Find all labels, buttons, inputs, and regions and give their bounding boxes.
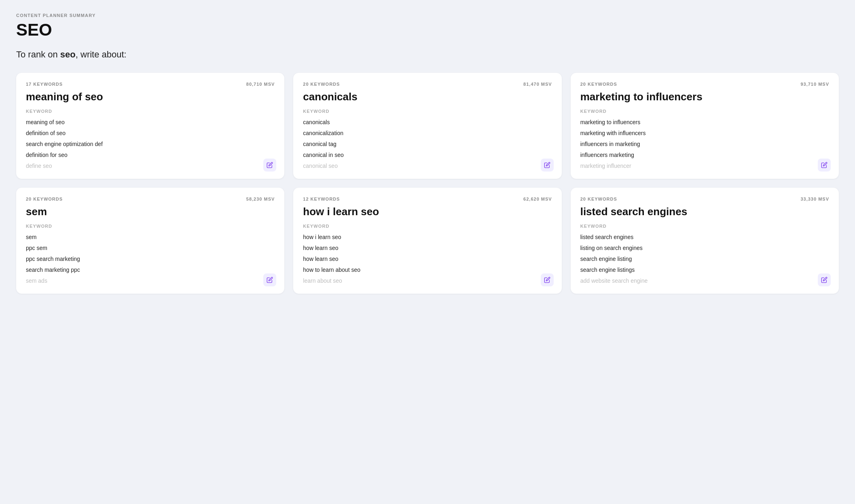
list-item: sem ads: [26, 275, 275, 286]
list-item: canonicalization: [303, 128, 552, 139]
cards-grid: 17 KEYWORDS80,710 MSVmeaning of seoKEYWO…: [16, 73, 839, 294]
list-item: ppc sem: [26, 243, 275, 254]
list-item: search engine optimization def: [26, 139, 275, 150]
list-item: search marketing ppc: [26, 265, 275, 275]
card-title: how i learn seo: [303, 205, 552, 218]
intro-keyword: seo: [60, 49, 76, 59]
list-item: influencers in marketing: [580, 139, 829, 150]
list-item: canonicals: [303, 117, 552, 128]
list-item: how i learn seo: [303, 232, 552, 243]
edit-button[interactable]: [541, 273, 554, 286]
list-item: definition of seo: [26, 128, 275, 139]
card-header: 20 KEYWORDS81,470 MSV: [303, 82, 552, 87]
list-item: listing on search engines: [580, 243, 829, 254]
card-msv: 81,470 MSV: [523, 82, 552, 87]
card-keywords-count: 17 KEYWORDS: [26, 82, 63, 87]
list-item: marketing with influencers: [580, 128, 829, 139]
list-item: learn about seo: [303, 275, 552, 286]
list-item: canonical seo: [303, 161, 552, 172]
edit-button[interactable]: [263, 159, 276, 172]
card-keyword-list: listed search engineslisting on search e…: [580, 232, 829, 286]
intro-text: To rank on seo, write about:: [16, 49, 839, 60]
card-keyword-label: KEYWORD: [580, 109, 829, 114]
card-keyword-list: semppc semppc search marketingsearch mar…: [26, 232, 275, 286]
list-item: how to learn about seo: [303, 265, 552, 275]
card-msv: 62,620 MSV: [523, 197, 552, 201]
card-keyword-label: KEYWORD: [26, 224, 275, 229]
card-header: 17 KEYWORDS80,710 MSV: [26, 82, 275, 87]
card-canonicals: 20 KEYWORDS81,470 MSVcanonicalsKEYWORDca…: [293, 73, 561, 179]
card-keywords-count: 12 KEYWORDS: [303, 197, 340, 201]
edit-icon: [544, 277, 550, 283]
card-how-i-learn-seo: 12 KEYWORDS62,620 MSVhow i learn seoKEYW…: [293, 188, 561, 294]
card-meaning-of-seo: 17 KEYWORDS80,710 MSVmeaning of seoKEYWO…: [16, 73, 284, 179]
list-item: search engine listings: [580, 265, 829, 275]
card-marketing-to-influencers: 20 KEYWORDS93,710 MSVmarketing to influe…: [571, 73, 839, 179]
intro-suffix: , write about:: [76, 49, 127, 59]
list-item: influencers marketing: [580, 150, 829, 161]
list-item: canonical tag: [303, 139, 552, 150]
card-msv: 93,710 MSV: [800, 82, 829, 87]
card-header: 20 KEYWORDS93,710 MSV: [580, 82, 829, 87]
card-keyword-label: KEYWORD: [303, 224, 552, 229]
card-keywords-count: 20 KEYWORDS: [303, 82, 340, 87]
page-title: SEO: [16, 20, 839, 40]
edit-button[interactable]: [541, 159, 554, 172]
card-title: marketing to influencers: [580, 91, 829, 103]
list-item: add website search engine: [580, 275, 829, 286]
list-item: definition for seo: [26, 150, 275, 161]
card-sem: 20 KEYWORDS58,230 MSVsemKEYWORDsemppc se…: [16, 188, 284, 294]
list-item: define seo: [26, 161, 275, 172]
card-title: canonicals: [303, 91, 552, 103]
edit-button[interactable]: [818, 159, 831, 172]
card-keyword-label: KEYWORD: [303, 109, 552, 114]
list-item: marketing influencer: [580, 161, 829, 172]
edit-icon: [267, 162, 273, 168]
card-keyword-list: canonicalscanonicalizationcanonical tagc…: [303, 117, 552, 172]
card-keyword-list: marketing to influencersmarketing with i…: [580, 117, 829, 172]
card-listed-search-engines: 20 KEYWORDS33,330 MSVlisted search engin…: [571, 188, 839, 294]
card-msv: 33,330 MSV: [800, 197, 829, 201]
edit-icon: [267, 277, 273, 283]
list-item: ppc search marketing: [26, 254, 275, 265]
card-msv: 58,230 MSV: [246, 197, 275, 201]
list-item: how learn seo: [303, 243, 552, 254]
edit-icon: [544, 162, 550, 168]
edit-button[interactable]: [263, 273, 276, 286]
card-header: 12 KEYWORDS62,620 MSV: [303, 197, 552, 201]
card-msv: 80,710 MSV: [246, 82, 275, 87]
list-item: how learn seo: [303, 254, 552, 265]
card-title: listed search engines: [580, 205, 829, 218]
card-title: sem: [26, 205, 275, 218]
card-keywords-count: 20 KEYWORDS: [580, 197, 617, 201]
edit-button[interactable]: [818, 273, 831, 286]
list-item: search engine listing: [580, 254, 829, 265]
edit-icon: [821, 277, 827, 283]
page-subtitle: CONTENT PLANNER SUMMARY: [16, 13, 839, 18]
card-keywords-count: 20 KEYWORDS: [26, 197, 63, 201]
card-keyword-list: meaning of seodefinition of seosearch en…: [26, 117, 275, 172]
card-keywords-count: 20 KEYWORDS: [580, 82, 617, 87]
card-keyword-label: KEYWORD: [580, 224, 829, 229]
card-keyword-label: KEYWORD: [26, 109, 275, 114]
card-title: meaning of seo: [26, 91, 275, 103]
intro-prefix: To rank on: [16, 49, 60, 59]
card-header: 20 KEYWORDS33,330 MSV: [580, 197, 829, 201]
list-item: sem: [26, 232, 275, 243]
list-item: listed search engines: [580, 232, 829, 243]
list-item: marketing to influencers: [580, 117, 829, 128]
list-item: canonical in seo: [303, 150, 552, 161]
edit-icon: [821, 162, 827, 168]
card-keyword-list: how i learn seohow learn seohow learn se…: [303, 232, 552, 286]
list-item: meaning of seo: [26, 117, 275, 128]
card-header: 20 KEYWORDS58,230 MSV: [26, 197, 275, 201]
